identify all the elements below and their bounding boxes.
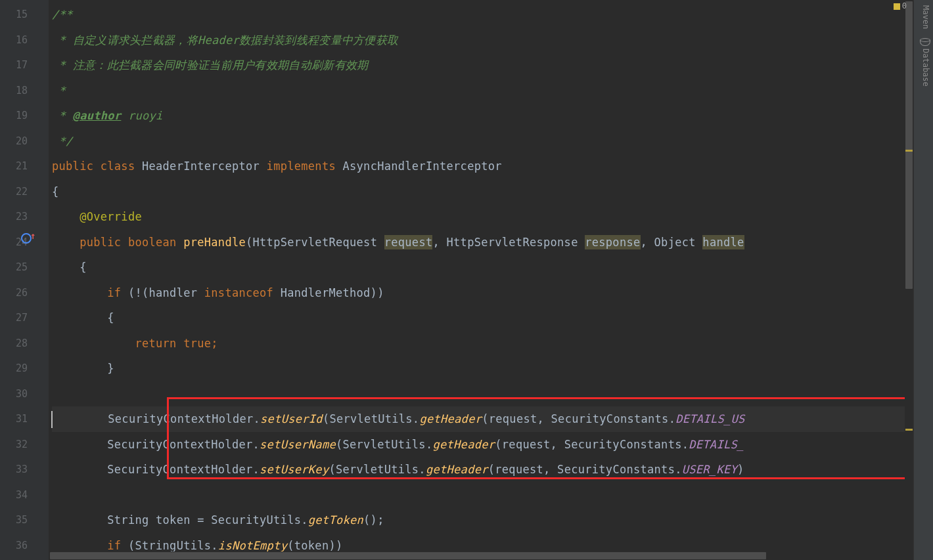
- line-number[interactable]: 27: [0, 305, 28, 331]
- code-text: setUserKey: [260, 463, 329, 476]
- code-text: (HttpServletRequest: [246, 236, 384, 249]
- code-text: (StringUtils.: [128, 539, 218, 552]
- line-number[interactable]: 15: [0, 2, 28, 28]
- code-text: (!(handler: [128, 286, 204, 299]
- code-text: (ServletUtils.: [323, 412, 420, 425]
- line-number[interactable]: 33: [0, 457, 28, 483]
- code-text: 注意：此拦截器会同时验证当前用户有效期自动刷新有效期: [73, 58, 369, 72]
- code-text: DETAILS_US: [675, 412, 744, 425]
- code-text: {: [52, 185, 59, 198]
- code-text: AsyncHandlerInterceptor: [343, 160, 502, 173]
- code-text: getHeader: [419, 412, 482, 425]
- code-text: getHeader: [426, 463, 488, 476]
- horizontal-scrollbar-thumb[interactable]: [50, 552, 766, 559]
- code-text: , HttpServletResponse: [432, 236, 585, 249]
- line-number[interactable]: 30: [0, 381, 28, 407]
- code-text: HeaderInterceptor: [142, 160, 267, 173]
- line-number[interactable]: 21: [0, 154, 28, 179]
- code-text: *: [52, 84, 66, 97]
- line-number[interactable]: 31: [0, 406, 28, 432]
- code-text: boolean: [128, 236, 183, 249]
- code-text: setUserId: [260, 412, 323, 425]
- inspection-indicator[interactable]: 0: [894, 1, 907, 11]
- line-number-gutter: 15 16 17 18 19 20 21 22 23 24 25 26 27 2…: [0, 0, 39, 560]
- text-cursor: [51, 411, 53, 428]
- code-text: {: [107, 311, 114, 324]
- code-text: DETAILS_: [689, 438, 744, 451]
- code-text: getHeader: [432, 438, 495, 451]
- code-text: ruoyi: [121, 109, 162, 122]
- line-number[interactable]: 35: [0, 507, 28, 533]
- line-number[interactable]: 17: [0, 53, 28, 78]
- line-number[interactable]: 34: [0, 483, 28, 508]
- code-text: (request, SecurityConstants.: [482, 412, 675, 425]
- warning-marker[interactable]: [905, 150, 913, 152]
- code-text: */: [52, 135, 73, 148]
- code-text: , Object: [641, 236, 703, 249]
- code-text: {: [80, 261, 87, 274]
- line-number[interactable]: 16: [0, 28, 28, 53]
- code-text: }: [107, 362, 114, 375]
- code-text: return: [135, 337, 183, 350]
- code-text: (request, SecurityConstants.: [488, 463, 682, 476]
- code-text: isNotEmpty: [218, 539, 287, 552]
- code-text: response: [585, 235, 640, 249]
- code-text: @author: [73, 109, 122, 122]
- warning-count: 0: [902, 1, 907, 11]
- code-text: ;: [211, 337, 218, 350]
- code-text: HandlerMethod)): [281, 286, 384, 299]
- code-text: implements: [267, 160, 343, 173]
- override-method-icon[interactable]: [21, 232, 33, 244]
- line-number[interactable]: 20: [0, 129, 28, 154]
- line-number[interactable]: 19: [0, 103, 28, 129]
- database-tool-tab[interactable]: Database: [921, 38, 930, 87]
- code-text: (token)): [287, 539, 342, 552]
- fold-gutter: [39, 0, 49, 560]
- vertical-scrollbar[interactable]: [905, 0, 913, 547]
- editor-container: 15 16 17 18 19 20 21 22 23 24 25 26 27 2…: [0, 0, 913, 560]
- line-number[interactable]: 26: [0, 280, 28, 306]
- code-text: USER_KEY: [682, 463, 737, 476]
- code-text: SecurityContextHolder.: [107, 438, 260, 451]
- vertical-scrollbar-thumb[interactable]: [905, 1, 913, 289]
- maven-tool-tab[interactable]: Maven: [921, 5, 930, 29]
- code-text: SecurityContextHolder.: [107, 463, 260, 476]
- line-number[interactable]: 23: [0, 204, 28, 230]
- code-text: instanceof: [204, 286, 281, 299]
- code-content[interactable]: /** * 自定义请求头拦截器，将Header数据封装到线程变量中方便获取 * …: [49, 0, 913, 560]
- line-number[interactable]: 22: [0, 179, 28, 205]
- code-text: *: [52, 58, 73, 72]
- line-number[interactable]: 18: [0, 78, 28, 104]
- code-text: (request, SecurityConstants.: [495, 438, 689, 451]
- code-text: getToken: [308, 513, 363, 527]
- code-text: public: [80, 236, 128, 249]
- warning-marker[interactable]: [905, 429, 913, 431]
- code-text: *: [52, 109, 73, 122]
- tab-label: Database: [921, 49, 930, 87]
- line-number[interactable]: 32: [0, 432, 28, 458]
- line-number[interactable]: 28: [0, 331, 28, 356]
- database-icon: [921, 38, 930, 46]
- code-text: if: [107, 286, 128, 299]
- line-number[interactable]: 25: [0, 255, 28, 280]
- horizontal-scrollbar[interactable]: [49, 551, 913, 560]
- code-text: preHandle: [183, 236, 246, 249]
- code-text: setUserName: [260, 438, 336, 451]
- code-text: (ServletUtils.: [336, 438, 433, 451]
- code-text: ();: [363, 513, 384, 527]
- code-text: ): [737, 463, 744, 476]
- code-text: SecurityContextHolder.: [108, 412, 260, 425]
- code-text: (ServletUtils.: [329, 463, 426, 476]
- line-number[interactable]: 36: [0, 533, 28, 559]
- code-text: public: [52, 160, 101, 173]
- tab-label: Maven: [921, 5, 930, 29]
- code-text: @Override: [80, 210, 142, 223]
- line-number[interactable]: 29: [0, 356, 28, 381]
- code-text: if: [107, 539, 128, 552]
- code-text: 自定义请求头拦截器，将Header数据封装到线程变量中方便获取: [73, 33, 399, 47]
- code-text: class: [101, 160, 142, 173]
- code-text: handle: [702, 235, 744, 249]
- code-text: request: [384, 235, 433, 249]
- code-text: true: [183, 337, 211, 350]
- code-text: *: [52, 33, 73, 47]
